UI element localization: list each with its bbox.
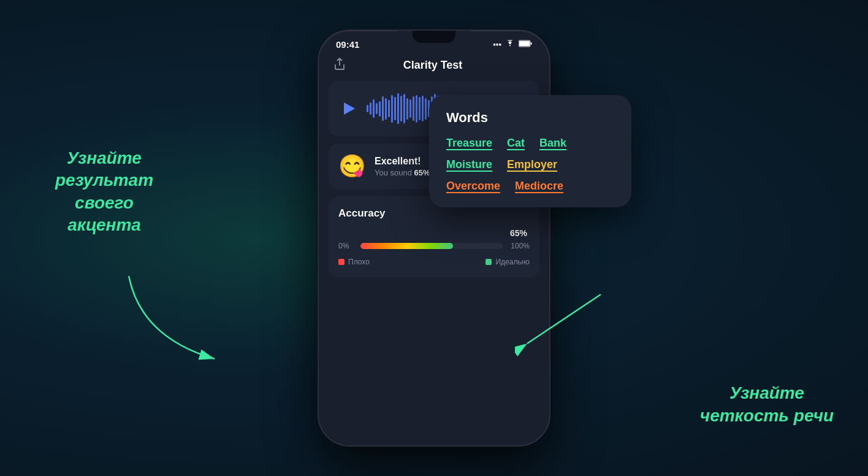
waveform-bar: [379, 101, 381, 117]
status-time: 09:41: [336, 39, 359, 50]
legend-bad: Плохо: [338, 258, 370, 266]
waveform-bar: [367, 105, 368, 112]
waveform-bar: [376, 103, 378, 114]
waveform-bar: [425, 98, 427, 120]
waveform-bar: [416, 95, 417, 123]
svg-rect-2: [519, 41, 530, 46]
word-mediocre: Mediocre: [515, 180, 563, 193]
words-card: Words Treasure Cat Bank Moisture Employe…: [429, 95, 631, 207]
words-row-1: Treasure Cat Bank: [446, 137, 614, 150]
play-triangle-icon: [344, 102, 355, 115]
waveform-bar: [406, 98, 408, 120]
progress-bar-container: [360, 243, 503, 249]
right-annotation: Узнайте четкость речи: [696, 382, 837, 427]
legend-good-dot: [485, 259, 492, 265]
waveform-bar: [400, 96, 402, 121]
left-arrow: [92, 264, 245, 374]
accuracy-percentage: 65%: [338, 228, 527, 238]
waveform-bar: [373, 99, 375, 118]
accuracy-card: Accuracy 65% 0% 100% Плохо: [329, 196, 539, 277]
share-icon[interactable]: [333, 57, 346, 74]
svg-rect-3: [531, 42, 532, 45]
words-grid: Treasure Cat Bank Moisture Employer Over…: [446, 137, 614, 193]
waveform-bar: [413, 96, 414, 121]
signal-icon: ▪▪▪: [493, 40, 501, 49]
progress-row: 0% 100%: [338, 242, 530, 250]
waveform-bar: [394, 97, 396, 120]
progress-max-label: 100%: [508, 242, 530, 250]
waveform-bar: [422, 96, 424, 121]
waveform-bar: [385, 98, 387, 120]
right-arrow: [515, 282, 613, 362]
left-annotation: Узнайте результат своего акцента: [37, 147, 172, 237]
emoji-icon: 😋: [338, 153, 366, 179]
nav-bar: Clarity Test: [319, 52, 549, 81]
phone-body: 09:41 ▪▪▪: [318, 29, 550, 447]
waveform-bar: [391, 95, 393, 123]
word-cat: Cat: [507, 137, 525, 150]
word-employer: Employer: [507, 158, 557, 171]
battery-icon: [519, 40, 532, 49]
word-overcome: Overcome: [446, 180, 500, 193]
legend-good: Идеально: [485, 258, 530, 266]
words-title: Words: [446, 110, 614, 126]
word-treasure: Treasure: [446, 137, 492, 150]
progress-min-label: 0%: [338, 242, 356, 250]
word-bank: Bank: [539, 137, 566, 150]
words-row-2: Moisture Employer: [446, 158, 614, 171]
waveform-bar: [370, 102, 371, 115]
phone-notch: [397, 31, 471, 48]
waveform-bar: [397, 93, 399, 124]
words-row-3: Overcome Mediocre: [446, 180, 614, 193]
page-title: Clarity Test: [403, 59, 463, 72]
wifi-icon: [505, 40, 515, 49]
accuracy-title: Accuracy: [338, 207, 530, 220]
phone-container: 09:41 ▪▪▪: [318, 29, 550, 447]
play-button[interactable]: [338, 99, 358, 118]
waveform-bar: [382, 96, 384, 121]
word-moisture: Moisture: [446, 158, 492, 171]
waveform-bar: [403, 94, 405, 123]
waveform-bar: [419, 97, 421, 120]
waveform-bar: [409, 99, 411, 118]
status-icons: ▪▪▪: [493, 40, 532, 49]
progress-bar-fill: [360, 243, 453, 249]
legend-bad-dot: [338, 259, 345, 265]
waveform-bar: [388, 100, 390, 117]
accuracy-legend: Плохо Идеально: [338, 258, 530, 266]
